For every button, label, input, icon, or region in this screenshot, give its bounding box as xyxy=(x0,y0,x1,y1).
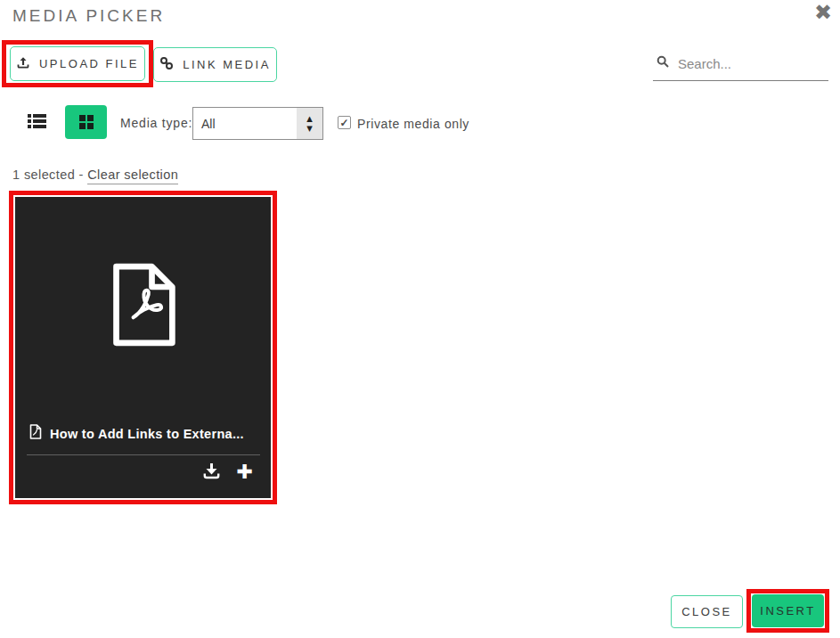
clear-selection-link[interactable]: Clear selection xyxy=(87,168,178,184)
media-type-select[interactable]: All ▲ ▼ xyxy=(192,107,323,140)
grid-view-icon[interactable] xyxy=(65,105,107,139)
card-title-row: How to Add Links to Externa... xyxy=(29,424,260,443)
private-media-checkbox[interactable]: ✓ xyxy=(338,116,351,129)
upload-icon xyxy=(16,55,30,72)
search-box xyxy=(653,52,828,81)
select-spinner-icon[interactable]: ▲ ▼ xyxy=(297,108,322,139)
private-media-label: Private media only xyxy=(357,117,469,131)
media-type-label: Media type: xyxy=(120,116,192,130)
insert-button[interactable]: INSERT xyxy=(752,594,824,627)
card-divider xyxy=(27,454,260,455)
selection-count: 1 selected xyxy=(12,168,75,182)
card-actions: ✚ xyxy=(203,462,253,482)
media-type-value: All xyxy=(201,117,216,131)
page-title: MEDIA PICKER xyxy=(12,6,165,26)
selection-separator: - xyxy=(79,168,84,182)
download-icon[interactable] xyxy=(203,463,220,482)
media-card[interactable]: How to Add Links to Externa... ✚ xyxy=(15,197,271,498)
add-icon[interactable]: ✚ xyxy=(237,462,253,482)
link-media-label: LINK MEDIA xyxy=(183,58,271,71)
link-icon xyxy=(159,56,174,73)
media-picker-dialog: { "dialog": { "title": "MEDIA PICKER" },… xyxy=(0,0,840,638)
search-input[interactable] xyxy=(678,56,811,71)
close-button[interactable]: CLOSE xyxy=(671,595,743,628)
search-icon xyxy=(657,55,669,71)
checkmark-icon: ✓ xyxy=(339,118,348,128)
link-media-button[interactable]: LINK MEDIA xyxy=(153,47,277,82)
annotation-upload: UPLOAD FILE xyxy=(2,40,153,87)
selection-status: 1 selected - Clear selection xyxy=(12,168,178,182)
list-view-icon[interactable] xyxy=(28,113,46,129)
annotation-insert: INSERT xyxy=(746,589,829,633)
upload-file-button[interactable]: UPLOAD FILE xyxy=(10,46,145,81)
close-icon[interactable]: ✖ xyxy=(814,2,832,23)
grid-glyph xyxy=(79,115,94,129)
pdf-file-icon xyxy=(108,261,179,352)
media-item-title: How to Add Links to Externa... xyxy=(50,427,244,441)
pdf-mini-icon xyxy=(29,424,42,443)
annotation-media-card: How to Add Links to Externa... ✚ xyxy=(9,191,277,504)
upload-file-label: UPLOAD FILE xyxy=(39,57,139,70)
